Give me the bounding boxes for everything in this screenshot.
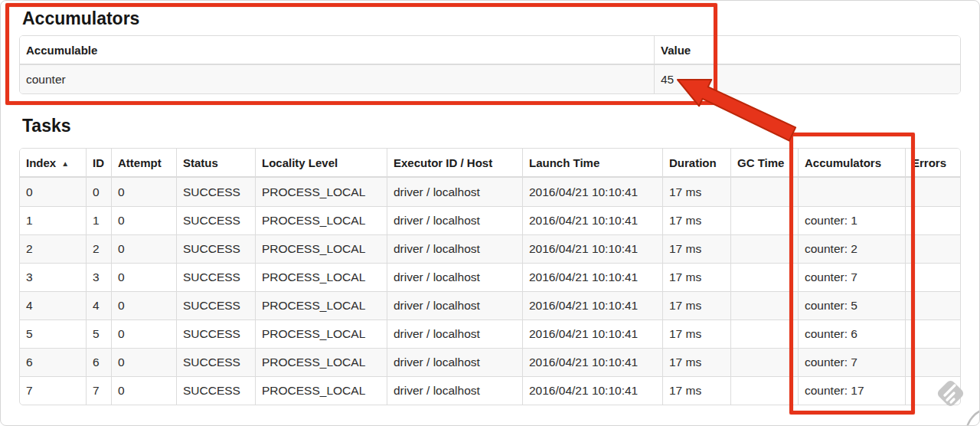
tasks-header-row: Index▲ ID Attempt Status Locality Level …	[20, 149, 960, 178]
cell-accumulators: counter: 6	[798, 320, 905, 348]
col-header-launch-time[interactable]: Launch Time	[522, 149, 662, 178]
cell-errors	[905, 234, 960, 263]
cell-errors	[905, 291, 960, 320]
cell-duration: 17 ms	[662, 234, 730, 263]
cell-status: SUCCESS	[176, 376, 255, 405]
cell-executor: driver / localhost	[387, 178, 522, 206]
cell-executor: driver / localhost	[387, 320, 522, 348]
cell-index: 3	[20, 263, 86, 291]
col-header-locality[interactable]: Locality Level	[255, 149, 387, 178]
cell-executor: driver / localhost	[387, 263, 522, 291]
col-header-gc-time[interactable]: GC Time	[730, 149, 798, 178]
task-row: 2 2 0 SUCCESS PROCESS_LOCAL driver / loc…	[20, 234, 960, 263]
cell-errors	[905, 376, 960, 405]
cell-locality: PROCESS_LOCAL	[255, 263, 387, 291]
cell-errors	[905, 206, 960, 234]
cell-accumulators: counter: 2	[798, 234, 905, 263]
cell-gc-time	[730, 320, 798, 348]
cell-executor: driver / localhost	[387, 348, 522, 376]
cell-executor: driver / localhost	[387, 376, 522, 405]
task-row: 3 3 0 SUCCESS PROCESS_LOCAL driver / loc…	[20, 263, 960, 291]
cell-status: SUCCESS	[176, 178, 255, 206]
cell-status: SUCCESS	[176, 234, 255, 263]
cell-locality: PROCESS_LOCAL	[255, 320, 387, 348]
cell-locality: PROCESS_LOCAL	[255, 376, 387, 405]
col-header-index-label: Index	[26, 156, 56, 169]
cell-attempt: 0	[111, 206, 176, 234]
cell-gc-time	[730, 291, 798, 320]
col-header-attempt[interactable]: Attempt	[111, 149, 176, 178]
col-header-value[interactable]: Value	[654, 36, 960, 65]
cell-index: 0	[20, 178, 86, 206]
accumulators-header-row: Accumulable Value	[20, 36, 960, 65]
cell-locality: PROCESS_LOCAL	[255, 234, 387, 263]
col-header-accumulable[interactable]: Accumulable	[20, 36, 654, 65]
cell-id: 2	[86, 234, 111, 263]
cell-launch-time: 2016/04/21 10:10:41	[522, 348, 662, 376]
cell-attempt: 0	[111, 320, 176, 348]
col-header-duration[interactable]: Duration	[662, 149, 730, 178]
cell-index: 7	[20, 376, 86, 405]
cell-launch-time: 2016/04/21 10:10:41	[522, 234, 662, 263]
task-row: 1 1 0 SUCCESS PROCESS_LOCAL driver / loc…	[20, 206, 960, 234]
cell-gc-time	[730, 206, 798, 234]
cell-locality: PROCESS_LOCAL	[255, 291, 387, 320]
cell-duration: 17 ms	[662, 206, 730, 234]
col-header-index[interactable]: Index▲	[20, 149, 86, 178]
cell-accumulators: counter: 17	[798, 376, 905, 405]
cell-gc-time	[730, 376, 798, 405]
cell-attempt: 0	[111, 234, 176, 263]
cell-duration: 17 ms	[662, 376, 730, 405]
cell-attempt: 0	[111, 376, 176, 405]
cell-attempt: 0	[111, 263, 176, 291]
cell-duration: 17 ms	[662, 263, 730, 291]
cell-gc-time	[730, 348, 798, 376]
col-header-status[interactable]: Status	[176, 149, 255, 178]
cell-duration: 17 ms	[662, 178, 730, 206]
cell-accumulators: counter: 5	[798, 291, 905, 320]
cell-index: 4	[20, 291, 86, 320]
cell-accumulators: counter: 1	[798, 206, 905, 234]
cell-launch-time: 2016/04/21 10:10:41	[522, 320, 662, 348]
cell-errors	[905, 348, 960, 376]
cell-index: 2	[20, 234, 86, 263]
accumulators-section-title: Accumulators	[22, 8, 139, 29]
tasks-table: Index▲ ID Attempt Status Locality Level …	[19, 148, 961, 405]
cell-duration: 17 ms	[662, 291, 730, 320]
cell-id: 3	[86, 263, 111, 291]
cell-status: SUCCESS	[176, 348, 255, 376]
cell-launch-time: 2016/04/21 10:10:41	[522, 178, 662, 206]
col-header-accumulators[interactable]: Accumulators	[798, 149, 905, 178]
cell-executor: driver / localhost	[387, 291, 522, 320]
accumulators-table: Accumulable Value counter 45	[19, 35, 961, 94]
cell-accumulators: counter: 7	[798, 263, 905, 291]
cell-id: 4	[86, 291, 111, 320]
cell-errors	[905, 263, 960, 291]
cell-attempt: 0	[111, 178, 176, 206]
cell-launch-time: 2016/04/21 10:10:41	[522, 206, 662, 234]
cell-attempt: 0	[111, 291, 176, 320]
corner-curl-decoration	[967, 411, 980, 426]
cell-locality: PROCESS_LOCAL	[255, 348, 387, 376]
cell-index: 1	[20, 206, 86, 234]
task-row: 5 5 0 SUCCESS PROCESS_LOCAL driver / loc…	[20, 320, 960, 348]
cell-attempt: 0	[111, 348, 176, 376]
cell-errors	[905, 320, 960, 348]
col-header-errors[interactable]: Errors	[905, 149, 960, 178]
cell-locality: PROCESS_LOCAL	[255, 206, 387, 234]
cell-errors	[905, 178, 960, 206]
cell-accumulators	[798, 178, 905, 206]
cell-status: SUCCESS	[176, 263, 255, 291]
cell-id: 5	[86, 320, 111, 348]
col-header-id[interactable]: ID	[86, 149, 111, 178]
col-header-executor[interactable]: Executor ID / Host	[387, 149, 522, 178]
accumulator-row: counter 45	[20, 65, 960, 93]
cell-id: 6	[86, 348, 111, 376]
cell-accumulable-value: 45	[654, 65, 960, 93]
task-row: 7 7 0 SUCCESS PROCESS_LOCAL driver / loc…	[20, 376, 960, 405]
sort-ascending-icon: ▲	[61, 159, 69, 168]
spark-stage-page: Accumulators Accumulable Value counter 4…	[0, 0, 980, 426]
cell-executor: driver / localhost	[387, 206, 522, 234]
cell-launch-time: 2016/04/21 10:10:41	[522, 376, 662, 405]
cell-id: 1	[86, 206, 111, 234]
